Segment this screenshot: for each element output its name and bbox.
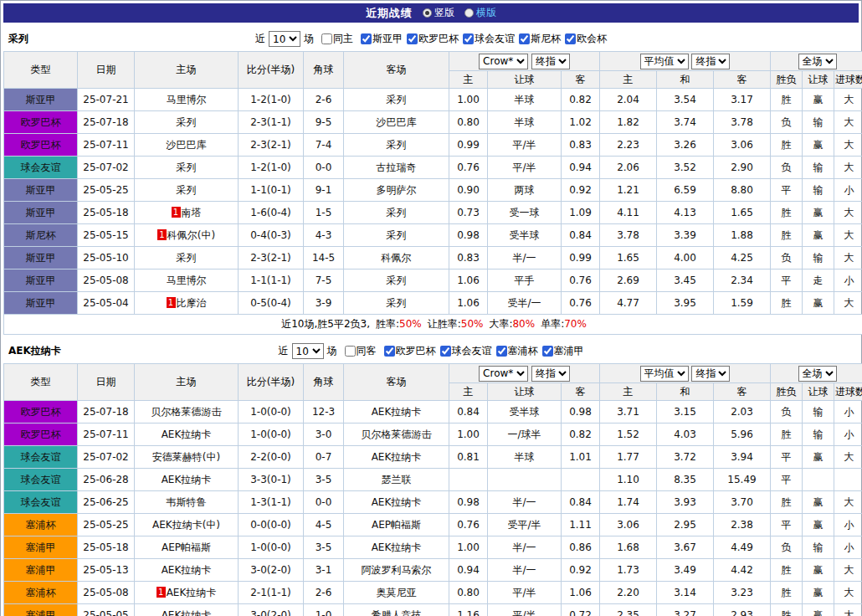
- league-badge: 球会友谊: [4, 491, 78, 514]
- scope-select[interactable]: 全场: [798, 366, 837, 382]
- match-date: 25-05-15: [78, 224, 135, 247]
- handicap-odds-home: 0.76: [449, 514, 488, 536]
- handicap-odds-home: 1.00: [449, 89, 488, 111]
- scope-select[interactable]: 全场: [798, 54, 837, 69]
- league-filter-checkbox[interactable]: [463, 33, 474, 44]
- result-cell: 胜: [771, 292, 803, 315]
- league-filter-checkbox[interactable]: [407, 33, 418, 44]
- handicap-result-cell: 输: [803, 111, 834, 134]
- away-team: AEK拉纳卡: [344, 491, 449, 514]
- layout-vertical-radio[interactable]: 竖版: [423, 6, 454, 20]
- away-team: AEP帕福斯: [344, 514, 449, 536]
- filter-bar: AEK拉纳卡 近 10 场 同客 欧罗巴杯球会友谊塞浦杯塞浦甲: [3, 341, 859, 362]
- avg-odds-draw: 4.00: [657, 247, 714, 270]
- scope-select-group: 全场: [771, 364, 862, 383]
- same-venue-input[interactable]: [321, 33, 332, 44]
- handicap-odds-home: 0.73: [449, 202, 488, 224]
- match-date: 25-06-25: [78, 491, 135, 514]
- corner-score: 2-6: [304, 582, 344, 604]
- avg-odds-home: 2.06: [600, 157, 657, 179]
- results-table: 类型 日期 主场 比分(半场) 角球 客场 Crow* 终指 平均值 终指: [3, 51, 862, 335]
- league-filter-checkbox[interactable]: [542, 346, 553, 357]
- handicap-line: 受平/半: [488, 514, 562, 536]
- league-filter[interactable]: 欧会杯: [565, 32, 607, 46]
- handicap-odds-home: 0.81: [449, 446, 488, 469]
- league-filter[interactable]: 球会友谊: [440, 344, 492, 358]
- layout-horizontal-label: 横版: [476, 6, 496, 20]
- avg-odds-draw: 3.95: [657, 292, 714, 315]
- match-score: 2-3(2-1): [239, 134, 304, 157]
- col-date: 日期: [78, 52, 135, 89]
- handicap-odds-home: 0.98: [449, 491, 488, 514]
- home-team: 1科佩尔(中): [135, 224, 239, 247]
- league-filter[interactable]: 球会友谊: [463, 32, 515, 46]
- league-filter-checkbox[interactable]: [519, 33, 530, 44]
- odds-stage-select[interactable]: 终指: [531, 366, 570, 382]
- match-count-select[interactable]: 10: [269, 31, 300, 47]
- league-badge: 球会友谊: [4, 157, 78, 179]
- corner-score: 0-0: [304, 491, 344, 514]
- result-cell: 胜: [771, 582, 803, 604]
- handicap-result-cell: 输: [803, 536, 834, 559]
- handicap-result-cell: 赢: [803, 292, 834, 315]
- match-score: 0-0(0-0): [239, 514, 304, 536]
- avg-stage-select[interactable]: 终指: [691, 54, 730, 69]
- odds-stage-select[interactable]: 终指: [531, 54, 570, 69]
- league-filter-checkbox[interactable]: [496, 346, 507, 357]
- avg-odds-draw: 3.54: [657, 89, 714, 111]
- odds-source-select[interactable]: Crow*: [479, 366, 528, 382]
- match-date: 25-05-08: [78, 270, 135, 292]
- handicap-line: [488, 469, 562, 491]
- handicap-line: 一/球半: [488, 424, 562, 446]
- same-venue-input[interactable]: [345, 346, 356, 357]
- league-filter-label: 塞浦甲: [554, 344, 584, 358]
- corner-score: 14-5: [304, 247, 344, 270]
- handicap-odds-home: 1.06: [449, 292, 488, 315]
- corner-score: 0-0: [304, 157, 344, 179]
- same-venue-checkbox[interactable]: 同客: [345, 344, 377, 358]
- goals-result-cell: 大: [834, 89, 862, 111]
- col-odds-home: 主: [449, 71, 488, 89]
- odds-source-select[interactable]: Crow*: [479, 54, 528, 69]
- match-row: 球会友谊25-06-28AEK拉纳卡3-3(0-1)3-5瑟兰联1.108.35…: [4, 469, 862, 491]
- avg-select[interactable]: 平均值: [640, 366, 689, 382]
- league-filter[interactable]: 欧罗巴杯: [384, 344, 436, 358]
- topbar: 近期战绩 竖版 横版: [3, 3, 859, 23]
- avg-odds-away: 2.34: [714, 270, 771, 292]
- same-venue-label: 同客: [357, 344, 377, 358]
- league-filter-checkbox[interactable]: [440, 346, 451, 357]
- handicap-odds-home: 0.99: [449, 134, 488, 157]
- handicap-odds-away: 0.94: [562, 157, 600, 179]
- league-filter-checkbox[interactable]: [361, 33, 372, 44]
- handicap-line: 半球: [488, 446, 562, 469]
- corner-score: 9-1: [304, 179, 344, 202]
- handicap-line: 受半球: [488, 224, 562, 247]
- avg-odds-home: 2.23: [600, 134, 657, 157]
- league-filter[interactable]: 斯尼杯: [519, 32, 561, 46]
- league-filter[interactable]: 塞浦杯: [496, 344, 538, 358]
- handicap-odds-home: 0.80: [449, 111, 488, 134]
- league-filter-checkbox[interactable]: [565, 33, 576, 44]
- avg-select[interactable]: 平均值: [640, 54, 689, 69]
- league-filter[interactable]: 塞浦甲: [542, 344, 584, 358]
- corner-score: 1-0: [304, 604, 344, 616]
- handicap-odds-away: 0.84: [562, 224, 600, 247]
- away-team: 阿波罗利马索尔: [344, 559, 449, 582]
- league-badge: 塞浦甲: [4, 536, 78, 559]
- league-filter-checkbox[interactable]: [384, 346, 395, 357]
- handicap-result-cell: 赢: [803, 582, 834, 604]
- match-score: 1-2(1-0): [239, 157, 304, 179]
- match-count-select[interactable]: 10: [292, 343, 324, 359]
- league-filter[interactable]: 欧罗巴杯: [407, 32, 459, 46]
- league-filter-label: 塞浦杯: [508, 344, 538, 358]
- col-odds-handicap: 让球: [488, 383, 562, 401]
- handicap-odds-away: 0.76: [562, 270, 600, 292]
- league-filter[interactable]: 斯亚甲: [361, 32, 403, 46]
- avg-odds-home: 3.71: [600, 401, 657, 424]
- layout-horizontal-radio[interactable]: 横版: [464, 6, 496, 20]
- avg-odds-away: 15.49: [714, 469, 771, 491]
- avg-stage-select[interactable]: 终指: [691, 366, 730, 382]
- same-venue-checkbox[interactable]: 同主: [321, 32, 353, 46]
- home-team: 采列: [135, 157, 239, 179]
- stat-value: 50%: [399, 318, 422, 330]
